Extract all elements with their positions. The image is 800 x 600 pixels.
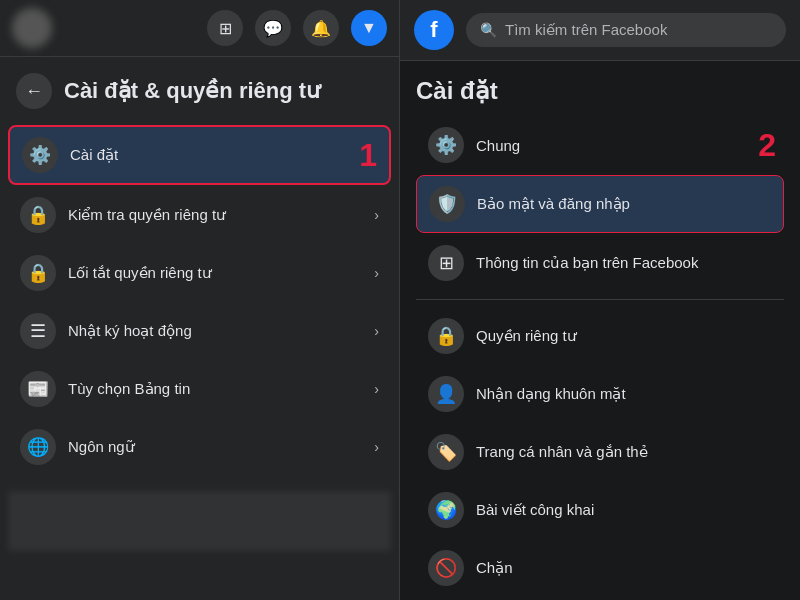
search-bar[interactable]: 🔍 Tìm kiếm trên Facebook [466, 13, 786, 47]
menu-item-activity-log-label: Nhật ký hoạt động [68, 322, 362, 340]
right-menu-item-general-label: Chung [476, 137, 520, 154]
facebook-logo: f [414, 10, 454, 50]
menu-item-language[interactable]: 🌐 Ngôn ngữ › [8, 419, 391, 475]
arrow-icon-3: › [374, 323, 379, 339]
activity-log-icon: ☰ [20, 313, 56, 349]
public-post-icon: 🌍 [428, 492, 464, 528]
chevron-down-icon-btn[interactable]: ▼ [351, 10, 387, 46]
right-panel-title: Cài đặt [416, 77, 784, 105]
profile-tag-icon: 🏷️ [428, 434, 464, 470]
arrow-icon-5: › [374, 439, 379, 455]
menu-item-settings-label: Cài đặt [70, 146, 347, 164]
privacy-check-icon: 🔒 [20, 197, 56, 233]
top-icons: ⊞ 💬 🔔 ▼ [207, 10, 387, 46]
step-number-2: 2 [758, 129, 776, 161]
security-icon: 🛡️ [429, 186, 465, 222]
menu-item-privacy-shortcut[interactable]: 🔒 Lối tắt quyền riêng tư › [8, 245, 391, 301]
right-menu-item-security-label: Bảo mật và đăng nhập [477, 195, 630, 213]
bell-icon-btn[interactable]: 🔔 [303, 10, 339, 46]
grid-icon-btn[interactable]: ⊞ [207, 10, 243, 46]
right-menu-item-fb-info[interactable]: ⊞ Thông tin của bạn trên Facebook [416, 235, 784, 291]
right-menu-item-block[interactable]: 🚫 Chặn [416, 540, 784, 596]
menu-item-news-options[interactable]: 📰 Tùy chọn Bảng tin › [8, 361, 391, 417]
left-panel: ⊞ 💬 🔔 ▼ ← Cài đặt & quyền riêng tư ⚙️ Cà… [0, 0, 400, 600]
menu-item-activity-log[interactable]: ☰ Nhật ký hoạt động › [8, 303, 391, 359]
right-menu-item-profile-tag-label: Trang cá nhân và gắn thẻ [476, 443, 648, 461]
fb-info-icon: ⊞ [428, 245, 464, 281]
right-menu: ⚙️ Chung 2 🛡️ Bảo mật và đăng nhập ⊞ Thô… [416, 117, 784, 600]
privacy-icon: 🔒 [428, 318, 464, 354]
right-content: Cài đặt ⚙️ Chung 2 🛡️ Bảo mật và đăng nh… [400, 61, 800, 600]
right-top-bar: f 🔍 Tìm kiếm trên Facebook [400, 0, 800, 61]
settings-icon: ⚙️ [22, 137, 58, 173]
left-top-bar: ⊞ 💬 🔔 ▼ [0, 0, 399, 57]
bottom-blur-area [8, 491, 391, 551]
right-menu-item-face-label: Nhận dạng khuôn mặt [476, 385, 626, 403]
face-recognition-icon: 👤 [428, 376, 464, 412]
arrow-icon-1: › [374, 207, 379, 223]
menu-item-privacy-shortcut-label: Lối tắt quyền riêng tư [68, 264, 362, 282]
menu-item-privacy-check-label: Kiểm tra quyền riêng tư [68, 206, 362, 224]
right-menu-item-fb-info-label: Thông tin của bạn trên Facebook [476, 254, 698, 272]
left-menu: ⚙️ Cài đặt 1 🔒 Kiểm tra quyền riêng tư ›… [0, 117, 399, 483]
user-avatar [12, 8, 52, 48]
arrow-icon-4: › [374, 381, 379, 397]
general-icon: ⚙️ [428, 127, 464, 163]
right-menu-item-face[interactable]: 👤 Nhận dạng khuôn mặt [416, 366, 784, 422]
menu-item-language-label: Ngôn ngữ [68, 438, 362, 456]
step-number-1: 1 [359, 139, 377, 171]
search-icon: 🔍 [480, 22, 497, 38]
right-panel: f 🔍 Tìm kiếm trên Facebook Cài đặt ⚙️ Ch… [400, 0, 800, 600]
right-menu-item-privacy[interactable]: 🔒 Quyền riêng tư [416, 308, 784, 364]
language-icon: 🌐 [20, 429, 56, 465]
privacy-shortcut-icon: 🔒 [20, 255, 56, 291]
right-menu-item-general[interactable]: ⚙️ Chung 2 [416, 117, 784, 173]
right-menu-item-privacy-label: Quyền riêng tư [476, 327, 577, 345]
arrow-icon-2: › [374, 265, 379, 281]
menu-item-news-options-label: Tùy chọn Bảng tin [68, 380, 362, 398]
news-options-icon: 📰 [20, 371, 56, 407]
search-placeholder: Tìm kiếm trên Facebook [505, 21, 667, 39]
left-header: ← Cài đặt & quyền riêng tư [0, 57, 399, 117]
left-panel-title: Cài đặt & quyền riêng tư [64, 78, 320, 104]
right-menu-item-public-post[interactable]: 🌍 Bài viết công khai [416, 482, 784, 538]
block-icon: 🚫 [428, 550, 464, 586]
menu-item-privacy-check[interactable]: 🔒 Kiểm tra quyền riêng tư › [8, 187, 391, 243]
menu-item-settings[interactable]: ⚙️ Cài đặt 1 [8, 125, 391, 185]
messenger-icon-btn[interactable]: 💬 [255, 10, 291, 46]
separator-1 [416, 299, 784, 300]
right-menu-item-block-label: Chặn [476, 559, 513, 577]
right-menu-item-profile-tag[interactable]: 🏷️ Trang cá nhân và gắn thẻ [416, 424, 784, 480]
right-menu-item-security[interactable]: 🛡️ Bảo mật và đăng nhập [416, 175, 784, 233]
right-menu-item-public-post-label: Bài viết công khai [476, 501, 594, 519]
back-button[interactable]: ← [16, 73, 52, 109]
